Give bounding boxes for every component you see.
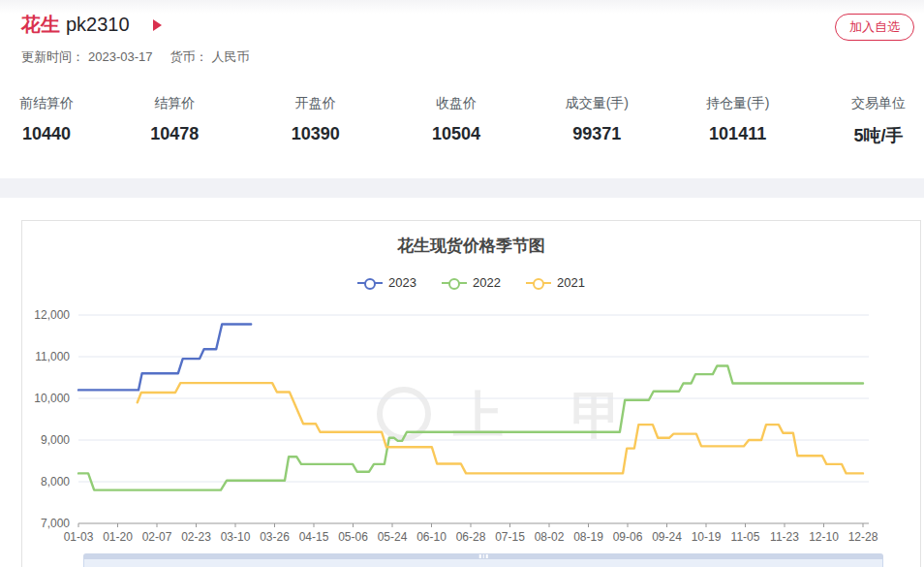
y-axis-label: 12,000 (34, 308, 70, 322)
stat-settlement: 结算价 10478 (131, 95, 218, 147)
x-axis-label: 06-10 (416, 530, 447, 544)
seasonal-price-chart: 上甲7,0008,0009,00010,00011,00012,00001-03… (22, 299, 920, 547)
x-axis-label: 04-15 (299, 530, 329, 544)
stat-value: 99371 (553, 124, 640, 144)
x-axis-label: 02-07 (142, 530, 172, 544)
x-axis-label: 11-05 (731, 530, 760, 544)
stat-value: 10504 (413, 124, 500, 144)
stat-open-interest: 持仓量(手) 101411 (694, 95, 782, 147)
x-axis-label: 01-20 (103, 530, 133, 544)
y-axis-label: 8,000 (41, 475, 70, 488)
expand-arrow-icon[interactable] (153, 19, 162, 31)
x-axis-label: 12-28 (848, 530, 878, 544)
legend-label: 2023 (388, 275, 416, 290)
stat-value: 5吨/手 (835, 124, 922, 147)
stat-close: 收盘价 10504 (413, 95, 500, 147)
legend-item-2023[interactable]: 2023 (357, 275, 416, 290)
add-favorite-button[interactable]: 加入自选 (835, 14, 914, 41)
stats-bar: 前结算价 10440 结算价 10478 开盘价 10390 收盘价 10504… (0, 95, 924, 147)
title-row: 花生 pk2310 (21, 12, 162, 38)
chart-legend: 2023 2022 2021 (22, 275, 920, 290)
x-axis-label: 08-02 (535, 530, 565, 544)
legend-marker-2022-icon (442, 277, 467, 289)
datazoom-bar[interactable] (83, 553, 883, 559)
chart-card: 花生现货价格季节图 2023 2022 2021 上甲7,0008,0009,0… (21, 220, 921, 567)
legend-marker-2023-icon (357, 277, 383, 289)
divider-band (0, 178, 924, 198)
stat-open: 开盘价 10390 (272, 95, 359, 147)
stat-label: 收盘价 (413, 95, 500, 112)
stat-value: 10478 (131, 124, 218, 144)
x-axis-label: 07-15 (495, 530, 525, 544)
x-axis-label: 06-28 (456, 530, 486, 544)
stat-pre-settlement: 前结算价 10440 (15, 95, 77, 147)
x-axis-label: 03-10 (221, 530, 251, 544)
watermark-logo-icon (380, 390, 428, 438)
stat-volume: 成交量(手) 99371 (553, 95, 640, 147)
update-time-value: 2023-03-17 (88, 49, 153, 64)
legend-item-2022[interactable]: 2022 (442, 275, 501, 290)
y-axis-label: 7,000 (41, 517, 70, 530)
stat-label: 交易单位 (835, 95, 922, 112)
stat-value: 10390 (272, 124, 359, 144)
currency-value: 人民币 (212, 49, 250, 64)
datazoom-handle-icon[interactable] (479, 554, 488, 558)
currency-label: 货币： (170, 49, 208, 64)
x-axis-label: 05-24 (378, 530, 408, 544)
stat-label: 前结算价 (15, 95, 77, 112)
legend-label: 2022 (473, 275, 501, 290)
legend-marker-2021-icon (526, 277, 551, 289)
stat-label: 开盘价 (272, 95, 359, 112)
legend-label: 2021 (557, 275, 585, 290)
page: 花生 pk2310 加入自选 更新时间：2023-03-17货币：人民币 前结算… (0, 0, 924, 567)
y-axis-label: 10,000 (34, 392, 70, 405)
datazoom-track[interactable] (83, 559, 883, 567)
meta-row: 更新时间：2023-03-17货币：人民币 (21, 48, 254, 66)
x-axis-label: 10-19 (692, 530, 722, 544)
x-axis-label: 11-23 (770, 530, 799, 544)
chart-title: 花生现货价格季节图 (22, 235, 920, 257)
update-time-label: 更新时间： (21, 49, 84, 64)
watermark-text: 上甲 (452, 387, 690, 443)
stat-value: 101411 (694, 124, 782, 144)
y-axis-label: 11,000 (35, 350, 70, 363)
legend-item-2021[interactable]: 2021 (526, 275, 585, 290)
commodity-name: 花生 (21, 12, 60, 38)
x-axis-label: 09-24 (652, 530, 682, 544)
x-axis-label: 02-23 (181, 530, 211, 544)
x-axis-label: 09-06 (613, 530, 643, 544)
stat-label: 持仓量(手) (694, 95, 782, 112)
stat-trade-unit: 交易单位 5吨/手 (835, 95, 922, 147)
x-axis-label: 03-26 (260, 530, 290, 544)
contract-code: pk2310 (66, 14, 130, 36)
x-axis-label: 05-06 (338, 530, 368, 544)
y-axis-label: 9,000 (41, 433, 70, 447)
x-axis-label: 08-19 (573, 530, 603, 544)
x-axis-label: 12-10 (809, 530, 839, 544)
stat-label: 成交量(手) (553, 95, 640, 112)
x-axis-label: 01-03 (64, 530, 94, 544)
stat-label: 结算价 (131, 95, 218, 112)
datazoom-slider[interactable] (83, 553, 883, 567)
header: 花生 pk2310 加入自选 更新时间：2023-03-17货币：人民币 (0, 0, 924, 93)
stat-value: 10440 (15, 124, 77, 144)
